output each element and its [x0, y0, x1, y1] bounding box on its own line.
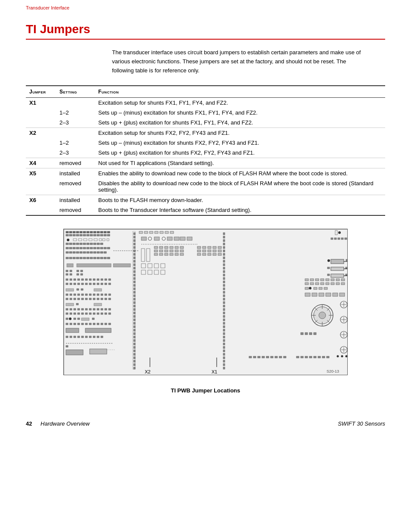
svg-rect-148 — [109, 298, 111, 300]
svg-rect-135 — [105, 294, 107, 296]
svg-rect-122 — [77, 289, 79, 290]
svg-rect-152 — [66, 308, 68, 310]
svg-rect-275 — [341, 238, 343, 240]
svg-rect-269 — [218, 253, 221, 255]
svg-rect-101 — [81, 279, 84, 280]
svg-rect-394 — [134, 346, 135, 348]
table-row: X1Excitation setup for shunts FX1, FY1, … — [26, 98, 385, 108]
svg-rect-112 — [78, 283, 80, 285]
svg-rect-402 — [223, 236, 225, 238]
svg-rect-295 — [310, 283, 314, 285]
svg-rect-119 — [105, 283, 107, 285]
svg-rect-114 — [85, 283, 87, 285]
svg-rect-430 — [223, 333, 225, 335]
svg-rect-137 — [66, 298, 68, 300]
svg-rect-372 — [134, 271, 135, 273]
svg-rect-19 — [83, 234, 86, 236]
svg-rect-278 — [331, 259, 344, 264]
svg-rect-403 — [223, 240, 225, 242]
svg-rect-266 — [202, 253, 206, 255]
svg-rect-244 — [170, 253, 173, 255]
svg-rect-399 — [134, 364, 135, 366]
svg-rect-157 — [85, 308, 87, 310]
svg-point-303 — [309, 287, 311, 289]
svg-rect-134 — [101, 294, 103, 296]
svg-rect-133 — [97, 294, 99, 296]
svg-rect-196 — [66, 336, 68, 338]
cell-setting: 2–3 — [56, 118, 95, 128]
svg-rect-229 — [154, 246, 158, 249]
svg-text:X2: X2 — [145, 369, 150, 374]
svg-rect-53 — [87, 247, 89, 249]
svg-rect-258 — [213, 246, 216, 249]
svg-rect-87 — [77, 264, 111, 267]
cell-setting: removed — [56, 205, 95, 215]
svg-rect-391 — [134, 336, 135, 338]
svg-rect-103 — [89, 279, 91, 280]
svg-rect-414 — [223, 277, 225, 280]
svg-rect-142 — [85, 298, 87, 300]
svg-rect-439 — [223, 364, 225, 366]
svg-rect-404 — [223, 243, 225, 245]
svg-rect-396 — [134, 353, 135, 355]
svg-rect-65 — [83, 252, 86, 253]
svg-rect-395 — [134, 350, 135, 352]
svg-rect-284 — [346, 274, 348, 276]
cell-setting: 1–2 — [56, 138, 95, 148]
svg-rect-81 — [93, 257, 96, 259]
svg-rect-79 — [87, 257, 89, 259]
svg-rect-347 — [279, 356, 282, 358]
svg-rect-50 — [76, 247, 79, 249]
svg-rect-161 — [101, 308, 103, 310]
svg-point-177 — [69, 317, 72, 320]
svg-rect-239 — [175, 250, 178, 252]
svg-rect-413 — [223, 274, 225, 276]
svg-rect-425 — [223, 315, 225, 317]
svg-point-359 — [346, 355, 348, 358]
svg-rect-76 — [76, 257, 79, 259]
svg-rect-306 — [324, 287, 327, 289]
svg-rect-417 — [223, 288, 225, 290]
page-title: TI Jumpers — [26, 22, 385, 36]
cell-jumper: X1 — [26, 98, 56, 108]
svg-rect-211 — [139, 231, 143, 233]
svg-rect-59 — [107, 247, 110, 249]
table-row: X6installedBoots to the FLASH memory dow… — [26, 195, 385, 205]
svg-rect-383 — [134, 308, 135, 311]
page-footer: 42 Hardware Overview SWIFT 30 Sensors — [0, 415, 411, 432]
svg-rect-429 — [223, 329, 225, 331]
svg-rect-104 — [93, 279, 95, 280]
svg-rect-165 — [70, 313, 72, 314]
svg-rect-116 — [93, 283, 95, 285]
svg-rect-127 — [74, 294, 76, 296]
footer-right: SWIFT 30 Sensors — [338, 420, 385, 427]
svg-rect-178 — [74, 318, 76, 320]
svg-rect-423 — [223, 308, 225, 311]
svg-rect-370 — [134, 264, 135, 266]
svg-rect-210 — [90, 349, 107, 354]
svg-rect-64 — [80, 252, 82, 253]
svg-rect-431 — [223, 336, 225, 338]
svg-rect-120 — [109, 283, 111, 285]
svg-rect-22 — [93, 234, 96, 236]
svg-rect-301 — [341, 283, 345, 285]
svg-rect-409 — [223, 260, 225, 262]
svg-rect-52 — [83, 247, 86, 249]
svg-rect-61 — [69, 252, 72, 253]
svg-rect-168 — [81, 313, 84, 314]
svg-rect-80 — [90, 257, 93, 259]
svg-rect-367 — [134, 253, 135, 255]
svg-rect-273 — [334, 238, 336, 240]
svg-rect-109 — [66, 283, 68, 285]
cell-setting: installed — [56, 195, 95, 205]
svg-rect-5 — [80, 231, 82, 233]
cell-jumper: X6 — [26, 195, 56, 205]
svg-rect-11 — [100, 231, 103, 233]
svg-rect-218 — [141, 237, 146, 240]
svg-rect-175 — [109, 313, 111, 314]
svg-rect-107 — [105, 279, 107, 280]
svg-rect-88 — [113, 264, 131, 267]
breadcrumb[interactable]: Transducer Interface — [0, 0, 411, 14]
svg-rect-257 — [208, 246, 211, 249]
svg-rect-350 — [301, 356, 303, 358]
